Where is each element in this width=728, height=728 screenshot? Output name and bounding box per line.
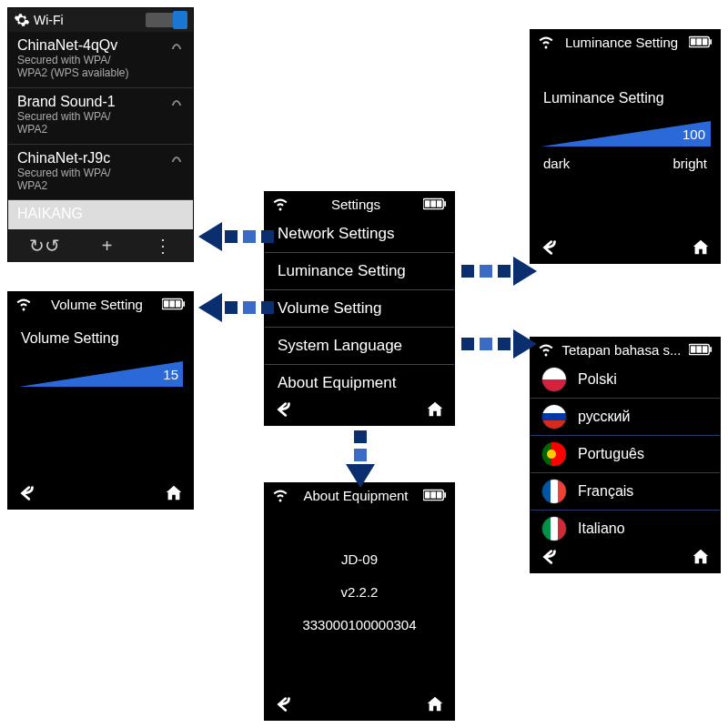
- home-button[interactable]: [425, 694, 445, 714]
- menu-item-network[interactable]: Network Settings: [265, 216, 454, 253]
- wifi-icon: [272, 196, 288, 212]
- wifi-network-list: ChinaNet-4qQv Secured with WPA/ WPA2 (WP…: [8, 32, 193, 229]
- battery-icon: [423, 489, 447, 501]
- panel-title: Luminance Setting: [554, 35, 689, 50]
- volume-panel: Volume Setting Volume Setting 15: [7, 291, 194, 510]
- language-option[interactable]: Français: [531, 473, 720, 511]
- wifi-icon: [272, 487, 288, 503]
- flag-pl-icon: [541, 367, 567, 392]
- wifi-title: Wi-Fi: [34, 13, 64, 27]
- panel-title: Volume Setting: [32, 297, 162, 312]
- home-button[interactable]: [691, 238, 711, 258]
- home-button[interactable]: [691, 547, 711, 567]
- volume-label: Volume Setting: [8, 316, 193, 352]
- home-button[interactable]: [425, 399, 445, 420]
- volume-value: 15: [163, 367, 178, 382]
- battery-icon: [162, 298, 186, 310]
- about-version: v2.2.2: [265, 576, 454, 609]
- panel-title: Tetapan bahasa s...: [554, 342, 689, 358]
- flag-ru-icon: [541, 404, 567, 430]
- luminance-panel: Luminance Setting Luminance Setting 100 …: [530, 29, 721, 264]
- wifi-network[interactable]: ChinaNet-rJ9c Secured with WPA/ WPA2: [8, 145, 193, 201]
- arrow-to-volume: [198, 293, 277, 322]
- arrow-to-about: [346, 428, 375, 488]
- panel-title: Settings: [288, 197, 423, 212]
- more-icon[interactable]: ⋮: [154, 235, 172, 257]
- back-button[interactable]: [540, 238, 560, 258]
- arrow-to-wifi: [198, 222, 277, 251]
- arrow-to-language: [459, 329, 537, 359]
- wifi-icon: [15, 296, 32, 312]
- language-option[interactable]: русский: [531, 399, 720, 436]
- panel-title: About Equipment: [288, 488, 423, 503]
- home-button[interactable]: [164, 483, 184, 503]
- add-network-icon[interactable]: +: [102, 236, 113, 257]
- luminance-max-label: bright: [672, 156, 707, 171]
- wifi-icon: [538, 341, 554, 358]
- back-button[interactable]: [274, 399, 294, 420]
- signal-icon: [169, 38, 184, 53]
- battery-icon: [423, 197, 447, 210]
- refresh-icon[interactable]: ↻↺: [29, 235, 60, 257]
- flag-fr-icon: [541, 479, 567, 504]
- luminance-label: Luminance Setting: [531, 54, 720, 112]
- gear-icon: [14, 12, 30, 28]
- back-button[interactable]: [540, 547, 560, 567]
- back-button[interactable]: [17, 483, 37, 503]
- language-option[interactable]: Português: [531, 436, 720, 473]
- wifi-toggle[interactable]: [146, 13, 187, 27]
- flag-pt-icon: [541, 441, 567, 467]
- back-button[interactable]: [274, 694, 294, 714]
- menu-item-language[interactable]: System Language: [265, 328, 454, 365]
- wifi-network[interactable]: HAIKANG: [8, 200, 193, 229]
- about-model: JD-09: [265, 543, 454, 576]
- signal-icon: [169, 95, 184, 109]
- wifi-panel: Wi-Fi ChinaNet-4qQv Secured with WPA/ WP…: [7, 7, 194, 262]
- wifi-network[interactable]: Brand Sound-1 Secured with WPA/ WPA2: [8, 88, 193, 145]
- arrow-to-luminance: [459, 257, 537, 286]
- about-panel: About Equipment JD-09 v2.2.2 33300010000…: [264, 482, 455, 721]
- about-serial: 333000100000304: [265, 609, 454, 642]
- luminance-min-label: dark: [543, 156, 570, 171]
- svg-marker-5: [19, 361, 183, 387]
- luminance-slider[interactable]: 100: [541, 119, 709, 152]
- language-list: Polski русский Português Fran: [531, 361, 720, 547]
- wifi-network[interactable]: ChinaNet-4qQv Secured with WPA/ WPA2 (WP…: [8, 32, 193, 88]
- volume-slider[interactable]: 15: [19, 359, 182, 392]
- settings-panel: Settings Network Settings Luminance Sett…: [264, 191, 455, 426]
- battery-icon: [689, 35, 713, 48]
- battery-icon: [689, 343, 713, 356]
- wifi-icon: [538, 34, 554, 50]
- language-option[interactable]: Polski: [531, 361, 720, 399]
- signal-icon: [169, 151, 184, 166]
- luminance-value: 100: [682, 126, 705, 142]
- menu-item-luminance[interactable]: Luminance Setting: [265, 253, 454, 290]
- menu-item-volume[interactable]: Volume Setting: [265, 290, 454, 328]
- language-panel: Tetapan bahasa s... Polski русский: [530, 337, 721, 573]
- flag-it-icon: [541, 516, 567, 541]
